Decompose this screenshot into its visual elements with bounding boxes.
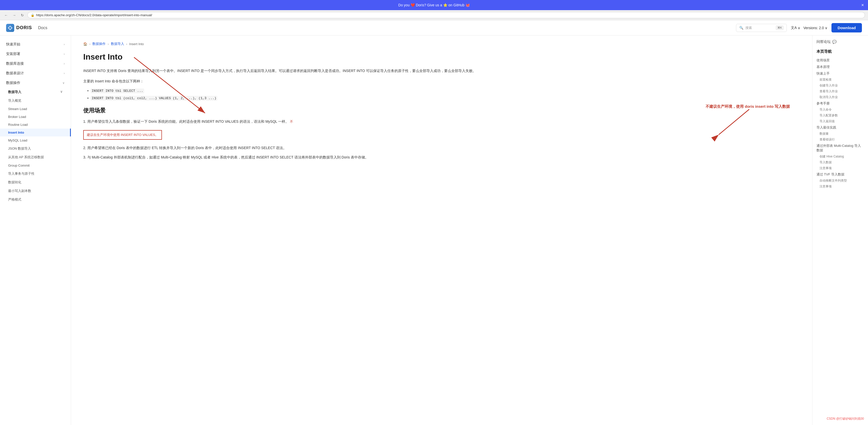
sidebar-item-data-ops[interactable]: 数据操作 ∨ bbox=[0, 78, 71, 88]
search-box[interactable]: 🔍 搜索 ⌘K bbox=[736, 24, 787, 32]
page-title: Insert Into bbox=[83, 52, 800, 62]
qa-icon: 💬 bbox=[832, 40, 837, 44]
csdn-watermark: CSDN @打破砂锅问到底00 bbox=[827, 417, 864, 421]
lang-switcher[interactable]: 文A ∨ bbox=[791, 26, 800, 30]
forward-button[interactable]: → bbox=[11, 12, 17, 18]
right-nav-import-params[interactable]: 导入配置参数 bbox=[816, 112, 864, 119]
chevron-right-icon: › bbox=[64, 71, 65, 75]
browser-chrome: ← → ↻ 🔒 https://doris.apache.org/zh-CN/d… bbox=[0, 10, 868, 20]
qa-forum-button[interactable]: 问答论坛 💬 bbox=[816, 39, 864, 44]
right-nav-import-return[interactable]: 导入返回值 bbox=[816, 119, 864, 124]
svg-line-3 bbox=[134, 57, 205, 113]
sidebar-item-import-tx[interactable]: 导入事务与原子性 bbox=[0, 169, 71, 178]
command-item-1: • INSERT INTO tbl SELECT ... bbox=[83, 89, 800, 93]
right-nav-hive-catalog[interactable]: 创建 Hive Catalog bbox=[816, 154, 864, 160]
right-nav-best-practice[interactable]: 导入最佳实践 bbox=[816, 124, 864, 131]
usage-title: 使用场景 bbox=[83, 107, 800, 115]
usage-item-3: 3. 与 Multi-Catalog 外部表机制进行配合，如通过 Multi-C… bbox=[83, 154, 800, 161]
usage-item-1: 1. 用户希望仅导入几条假数据，验证一下 Doris 系统的功能。此时适合使用 … bbox=[83, 119, 800, 125]
banner-close-button[interactable]: × bbox=[861, 3, 864, 8]
sidebar-item-table-design[interactable]: 数据表设计 › bbox=[0, 68, 71, 78]
right-nav-tvf[interactable]: 通过 TVF 导入数据 bbox=[816, 171, 864, 178]
sidebar-item-install[interactable]: 安装部署 › bbox=[0, 49, 71, 59]
sidebar-item-json-import[interactable]: JSON 数据导入 bbox=[0, 144, 71, 153]
right-nav-usage[interactable]: 使用场景 bbox=[816, 57, 864, 64]
chevron-right-icon: › bbox=[64, 43, 65, 46]
sidebar-item-quickstart[interactable]: 快速开始 › bbox=[0, 39, 71, 49]
right-nav-import-cmd[interactable]: 导入命令 bbox=[816, 107, 864, 112]
search-icon: 🔍 bbox=[739, 26, 743, 30]
version-chevron-icon: ∨ bbox=[825, 26, 827, 30]
chevron-right-icon: › bbox=[64, 62, 65, 65]
sidebar: 快速开始 › 安装部署 › 数据库连接 › 数据表设计 › 数据操作 ∨ 数据导… bbox=[0, 35, 71, 425]
top-banner: Do you ❤️ Doris? Give us a ⭐ on GitHub 🐙… bbox=[0, 0, 868, 10]
command-1-text: INSERT INTO tbl SELECT ... bbox=[91, 89, 144, 93]
commands-intro: 主要的 Insert Into 命令包含以下两种： bbox=[83, 78, 800, 85]
url-text: https://doris.apache.org/zh-CN/docs/2.0/… bbox=[36, 13, 152, 17]
command-item-2: • INSERT INTO tbl (col1, col2, ...) VALU… bbox=[83, 96, 800, 101]
right-nav-auto-infer[interactable]: 自动推断文件列类型 bbox=[816, 178, 864, 184]
sidebar-item-broker-load[interactable]: Broker Load bbox=[0, 113, 71, 121]
sidebar-item-db-connect[interactable]: 数据库连接 › bbox=[0, 59, 71, 68]
logo-area[interactable]: DORIS bbox=[6, 24, 32, 32]
lock-icon: 🔒 bbox=[31, 13, 34, 17]
right-nav-create-job[interactable]: 创建导入作业 bbox=[816, 83, 864, 89]
page-layout: 快速开始 › 安装部署 › 数据库连接 › 数据表设计 › 数据操作 ∨ 数据导… bbox=[0, 35, 868, 425]
sidebar-item-routine-load[interactable]: Routine Load bbox=[0, 121, 71, 129]
address-bar[interactable]: 🔒 https://doris.apache.org/zh-CN/docs/2.… bbox=[27, 12, 865, 18]
site-name: DORIS bbox=[16, 25, 32, 30]
right-panel: 问答论坛 💬 本页导航 使用场景 基本原理 快速上手 前置检查 创建导入作业 查… bbox=[812, 35, 868, 425]
annotation-text: 不建议生产环境，使用 doris insert into 写入数据 bbox=[706, 104, 790, 109]
page-nav-title: 本页导航 bbox=[816, 49, 864, 54]
home-icon[interactable]: 🏠 bbox=[83, 42, 87, 46]
command-2-text: INSERT INTO tbl (col1, col2, ...) VALUES… bbox=[91, 96, 217, 101]
lang-icon: 文A bbox=[791, 26, 797, 30]
back-button[interactable]: ← bbox=[3, 12, 9, 18]
usage-item-2: 2. 用户希望将已经在 Doris 表中的数据进行 ETL 转换并导入到一个新的… bbox=[83, 145, 800, 151]
qa-forum-label: 问答论坛 bbox=[816, 39, 831, 44]
sidebar-item-data-import[interactable]: 数据导入 ∨ bbox=[0, 88, 71, 96]
breadcrumb-data-import[interactable]: 数据导入 bbox=[111, 41, 124, 46]
right-nav-reference[interactable]: 参考手册 bbox=[816, 100, 864, 107]
sidebar-item-data-transform[interactable]: 数据转化 bbox=[0, 178, 71, 187]
chevron-right-icon: › bbox=[64, 52, 65, 56]
qa-section: 问答论坛 💬 bbox=[816, 39, 864, 44]
docs-label: Docs bbox=[38, 26, 47, 30]
reload-button[interactable]: ↻ bbox=[19, 12, 25, 18]
right-nav-data-vol[interactable]: 数据量 bbox=[816, 131, 864, 137]
breadcrumb-current: Insert Into bbox=[129, 42, 144, 46]
right-nav-notes-2[interactable]: 注意事项 bbox=[816, 184, 864, 189]
sidebar-item-stream-load[interactable]: Stream Load bbox=[0, 105, 71, 113]
sidebar-item-min-replicas[interactable]: 最小写入副本数 bbox=[0, 187, 71, 195]
sidebar-item-strict-mode[interactable]: 严格模式 bbox=[0, 195, 71, 204]
right-nav-import-data[interactable]: 导入数据 bbox=[816, 160, 864, 165]
site-header: DORIS Docs 🔍 搜索 ⌘K 文A ∨ Versions: 2.0 ∨ … bbox=[0, 20, 868, 35]
version-switcher[interactable]: Versions: 2.0 ∨ bbox=[803, 26, 827, 30]
right-nav-principle[interactable]: 基本原理 bbox=[816, 64, 864, 70]
search-placeholder: 搜索 bbox=[745, 26, 752, 30]
chevron-down-icon: ∨ bbox=[62, 81, 65, 85]
sidebar-item-import-overview[interactable]: 导入概览 bbox=[0, 96, 71, 105]
warning-box: 建议在生产环境中使用 INSERT INTO VALUES。 bbox=[83, 130, 162, 140]
right-nav-cancel-job[interactable]: 取消导入作业 bbox=[816, 94, 864, 100]
sidebar-item-group-commit[interactable]: Group Commit bbox=[0, 162, 71, 169]
right-nav-multi-catalog[interactable]: 通过外部表 Multi-Catalog 导入数据 bbox=[816, 142, 864, 154]
main-content: 🏠 › 数据操作 › 数据导入 › Insert Into Insert Int… bbox=[71, 35, 812, 425]
sidebar-item-mysql-load[interactable]: MySQL Load bbox=[0, 136, 71, 144]
download-button[interactable]: Download bbox=[832, 23, 862, 32]
breadcrumb: 🏠 › 数据操作 › 数据导入 › Insert Into bbox=[83, 41, 800, 46]
page-nav-section: 本页导航 使用场景 基本原理 快速上手 前置检查 创建导入作业 查看导入作业 取… bbox=[816, 49, 864, 189]
right-nav-prereq[interactable]: 前置检查 bbox=[816, 77, 864, 83]
right-nav-notes-1[interactable]: 注意事项 bbox=[816, 165, 864, 171]
sidebar-item-migrate[interactable]: 从其他 AP 系统迁移数据 bbox=[0, 153, 71, 162]
search-shortcut: ⌘K bbox=[776, 26, 783, 30]
content-description: INSERT INTO 支持将 Doris 查询的结果导入到另一个表中。INSE… bbox=[83, 68, 800, 74]
right-nav-error-rows[interactable]: 查看错误行 bbox=[816, 137, 864, 142]
right-nav-quickstart[interactable]: 快速上手 bbox=[816, 70, 864, 77]
version-label: Versions: 2.0 bbox=[803, 26, 824, 30]
right-nav-view-job[interactable]: 查看导入作业 bbox=[816, 89, 864, 94]
lang-chevron-icon: ∨ bbox=[798, 26, 800, 30]
doris-logo-icon bbox=[6, 24, 14, 32]
sidebar-item-insert-into[interactable]: Insert Into bbox=[0, 129, 71, 136]
breadcrumb-data-ops[interactable]: 数据操作 bbox=[92, 41, 105, 46]
